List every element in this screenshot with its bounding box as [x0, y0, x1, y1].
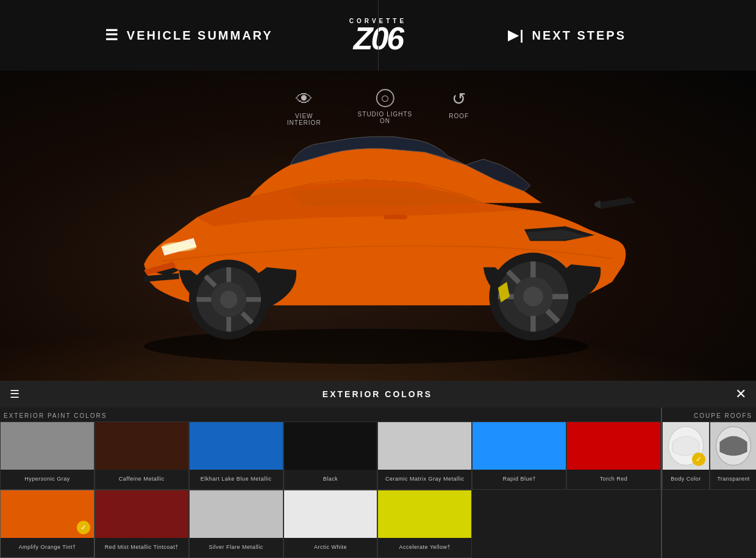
paint-section: EXTERIOR PAINT COLORS Hypersonic Gray Ca… — [0, 408, 661, 558]
roof-control[interactable]: ↺ ROOF — [449, 89, 469, 119]
color-name-rapid-blue: Rapid Blue† — [500, 470, 538, 489]
car-viewer: 👁 VIEWINTERIOR ○ STUDIO LIGHTSON ↺ ROOF — [0, 71, 756, 400]
close-icon[interactable]: ✕ — [735, 386, 746, 402]
color-swatch-torch-red — [567, 422, 660, 470]
view-controls: 👁 VIEWINTERIOR ○ STUDIO LIGHTSON ↺ ROOF — [287, 89, 469, 126]
panel-title: EXTERIOR COLORS — [20, 389, 735, 399]
color-item-silver-flare[interactable]: Silver Flare Metallic — [189, 490, 284, 558]
vehicle-summary-button[interactable]: ☰ VEHICLE SUMMARY — [0, 0, 379, 71]
roof-section: COUPE ROOFS ✓ Body Color — [661, 408, 756, 558]
color-name-amplify-orange: Amplify Orange Tint† — [16, 538, 78, 557]
color-item-black[interactable]: Black — [284, 422, 378, 490]
color-name-torch-red: Torch Red — [597, 470, 630, 489]
panel-header: ☰ EXTERIOR COLORS ✕ — [0, 381, 756, 408]
color-item-red-mist[interactable]: Red Mist Metallic Tintcoat† — [94, 490, 189, 558]
color-item-ceramic-matrix[interactable]: Ceramic Matrix Gray Metallic — [377, 422, 472, 490]
roof-item-body-color[interactable]: ✓ Body Color — [662, 422, 710, 490]
color-swatch-accelerate-yellow — [378, 490, 471, 538]
roof-icon: ↺ — [452, 89, 466, 109]
color-swatch-rapid-blue — [472, 422, 566, 470]
menu-icon[interactable]: ☰ — [10, 387, 20, 401]
roof-name-transparent: Transparent — [715, 470, 752, 489]
svg-point-20 — [523, 286, 543, 306]
roof-section-label: COUPE ROOFS — [662, 408, 756, 422]
color-item-torch-red[interactable]: Torch Red — [566, 422, 661, 490]
color-item-hypersonic-gray[interactable]: Hypersonic Gray — [0, 422, 94, 490]
color-swatch-elkhart — [190, 422, 283, 470]
roof-empty-1 — [662, 490, 710, 557]
svg-point-10 — [220, 291, 238, 308]
color-swatch-red-mist — [95, 490, 188, 538]
color-name-accelerate-yellow: Accelerate Yellow† — [397, 538, 454, 557]
color-item-accelerate-yellow[interactable]: Accelerate Yellow† — [377, 490, 472, 558]
colors-section: EXTERIOR PAINT COLORS Hypersonic Gray Ca… — [0, 408, 756, 558]
list-icon: ☰ — [105, 27, 119, 44]
header-divider — [378, 0, 379, 71]
color-swatch-hypersonic-gray — [1, 422, 94, 470]
roof-empty-2 — [710, 490, 756, 557]
lights-icon: ○ — [376, 89, 394, 107]
studio-lights-control[interactable]: ○ STUDIO LIGHTSON — [358, 89, 413, 124]
color-swatch-arctic-white — [284, 490, 377, 538]
roof-grid: ✓ Body Color Transparent — [662, 422, 756, 557]
paint-section-label: EXTERIOR PAINT COLORS — [0, 408, 661, 422]
next-steps-button[interactable]: ▶| NEXT STEPS — [379, 0, 757, 71]
color-item-elkhart-blue[interactable]: Elkhart Lake Blue Metallic — [189, 422, 284, 490]
color-item-caffeine-metallic[interactable]: Caffeine Metallic — [94, 422, 189, 490]
svg-point-21 — [162, 242, 197, 252]
next-steps-label: NEXT STEPS — [532, 29, 626, 43]
color-name-ceramic: Ceramic Matrix Gray Metallic — [383, 470, 467, 489]
car-illustration — [85, 83, 671, 387]
color-swatch-black — [284, 422, 377, 470]
exterior-colors-panel: ☰ EXTERIOR COLORS ✕ EXTERIOR PAINT COLOR… — [0, 381, 756, 558]
eye-icon: 👁 — [296, 89, 313, 109]
color-item-amplify-orange[interactable]: ✓ Amplify Orange Tint† — [0, 490, 94, 558]
color-name-arctic-white: Arctic White — [312, 538, 349, 557]
color-swatch-amplify-orange: ✓ — [1, 490, 94, 538]
roof-swatch-transparent — [710, 422, 756, 470]
color-name-hypersonic-gray: Hypersonic Gray — [22, 470, 73, 489]
roof-item-transparent[interactable]: Transparent — [710, 422, 756, 490]
color-name-silver-flare: Silver Flare Metallic — [207, 538, 266, 557]
roof-name-body-color: Body Color — [668, 470, 704, 489]
vehicle-summary-label: VEHICLE SUMMARY — [127, 29, 273, 43]
selected-check: ✓ — [77, 521, 90, 534]
color-swatch-silver-flare — [190, 490, 283, 538]
play-icon: ▶| — [508, 27, 524, 43]
color-name-black: Black — [321, 470, 341, 489]
color-name-red-mist: Red Mist Metallic Tintcoat† — [102, 538, 181, 557]
color-swatch-caffeine — [95, 422, 188, 470]
color-item-rapid-blue[interactable]: Rapid Blue† — [472, 422, 566, 490]
svg-rect-22 — [384, 214, 407, 219]
color-name-elkhart: Elkhart Lake Blue Metallic — [198, 470, 274, 489]
roof-swatch-body-color: ✓ — [663, 422, 709, 470]
view-interior-control[interactable]: 👁 VIEWINTERIOR — [287, 89, 321, 126]
color-name-caffeine: Caffeine Metallic — [116, 470, 167, 489]
roof-selected-check: ✓ — [692, 453, 705, 466]
color-item-arctic-white[interactable]: Arctic White — [284, 490, 378, 558]
color-swatch-ceramic — [378, 422, 471, 470]
